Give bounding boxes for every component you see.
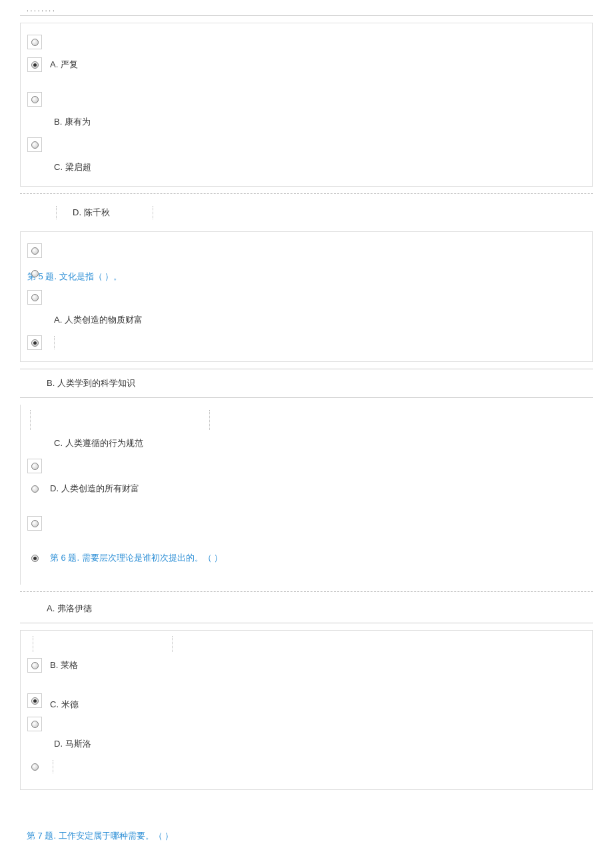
- q6-option-d-row: D. 马斯洛: [27, 735, 586, 753]
- q4-option-c: C. 梁启超: [54, 161, 91, 173]
- q4-option-a-row: A. 严复: [27, 55, 586, 74]
- q5-radio-row-1: [27, 241, 586, 260]
- q5-radio-row-3: [27, 288, 586, 307]
- vertical-dotted-marker: [56, 206, 57, 219]
- q5-option-a-row: A. 人类创造的物质财富: [27, 311, 586, 329]
- q5-option-b-row: B. 人类学到的科学知识: [20, 376, 593, 391]
- q4-option-d: D. 陈千秋: [73, 207, 110, 219]
- header-dots: . . . . . . . .: [0, 0, 613, 15]
- radio-control[interactable]: [27, 35, 42, 49]
- radio-control[interactable]: [27, 243, 42, 258]
- divider: [20, 369, 593, 369]
- divider-dotted: [20, 591, 593, 592]
- divider: [20, 15, 593, 16]
- vertical-dotted-marker: [172, 636, 173, 652]
- radio-control[interactable]: [27, 717, 42, 731]
- radio-control[interactable]: [27, 658, 42, 673]
- radio-control[interactable]: [27, 481, 42, 496]
- vertical-dotted-marker: [53, 760, 53, 773]
- q4-radio-row-empty-2: [27, 90, 586, 109]
- q6-option-b-row: B. 莱格: [27, 656, 586, 675]
- radio-control[interactable]: [27, 92, 42, 107]
- q4-option-c-row: C. 梁启超: [27, 158, 586, 177]
- q4-option-b-row: B. 康有为: [27, 113, 586, 131]
- radio-control[interactable]: [27, 137, 42, 152]
- q6-radio-row: [27, 715, 586, 733]
- vertical-dotted-marker: [33, 636, 33, 652]
- radio-control[interactable]: [27, 693, 42, 708]
- q4-radio-row-empty: [27, 33, 586, 51]
- q5-radio-row-5: [27, 457, 586, 475]
- q6-option-c: C. 米德: [50, 691, 79, 711]
- q6-option-a: A. 弗洛伊德: [47, 603, 92, 613]
- q6-option-c-row: C. 米德: [27, 691, 586, 711]
- divider: [20, 397, 593, 398]
- question-6-block: B. 莱格 C. 米德 D. 马斯洛: [20, 630, 593, 790]
- q5-option-b: B. 人类学到的科学知识: [47, 378, 135, 388]
- q5-lower-block: C. 人类遵循的行为规范 D. 人类创造的所有财富 第 6 题. 需要层次理论是…: [20, 405, 593, 585]
- q6-label-row: 第 6 题. 需要层次理论是谁初次提出的。（ ）: [27, 549, 586, 567]
- q6-radio-row-2: [27, 757, 586, 776]
- q6-option-b: B. 莱格: [50, 659, 78, 671]
- q4-option-a: A. 严复: [50, 59, 78, 71]
- radio-control[interactable]: [27, 551, 42, 565]
- radio-control[interactable]: [27, 459, 42, 473]
- q5-radio-row-6: [27, 514, 586, 533]
- vertical-dotted-marker: [209, 410, 210, 430]
- question-5-block: 第 5 题. 文化是指（ ）。 A. 人类创造的物质财富: [20, 231, 593, 362]
- divider: [20, 623, 593, 623]
- q6-option-d: D. 马斯洛: [54, 738, 91, 750]
- q5-option-d: D. 人类创造的所有财富: [50, 483, 139, 495]
- radio-control[interactable]: [27, 290, 42, 305]
- q4-radio-row-empty-3: [27, 135, 586, 154]
- question-4-block: A. 严复 B. 康有为 C. 梁启超: [20, 23, 593, 187]
- divider-dotted: [20, 193, 593, 194]
- q6-option-a-row: A. 弗洛伊德: [20, 599, 593, 616]
- radio-control[interactable]: [27, 759, 42, 774]
- q4-option-d-row: D. 陈千秋: [20, 201, 593, 225]
- radio-control[interactable]: [27, 516, 42, 531]
- question-6-label: 第 6 题. 需要层次理论是谁初次提出的。（ ）: [50, 552, 223, 564]
- vertical-dotted-marker: [153, 206, 153, 219]
- radio-control[interactable]: [27, 57, 42, 72]
- q5-option-c-row: C. 人类遵循的行为规范: [27, 434, 586, 453]
- q5-option-c: C. 人类遵循的行为规范: [54, 437, 143, 449]
- q4-option-b: B. 康有为: [54, 116, 91, 128]
- question-7-label: 第 7 题. 工作安定属于哪种需要。（ ）: [27, 830, 586, 842]
- q5-option-a: A. 人类创造的物质财富: [54, 314, 143, 326]
- vertical-dotted-marker: [30, 410, 31, 430]
- question-5-label: 第 5 题. 文化是指（ ）。: [27, 271, 586, 283]
- vertical-dotted-marker: [54, 336, 55, 349]
- q5-option-d-row: D. 人类创造的所有财富: [27, 479, 586, 498]
- radio-control[interactable]: [27, 335, 42, 350]
- q5-radio-row-4: [27, 333, 586, 352]
